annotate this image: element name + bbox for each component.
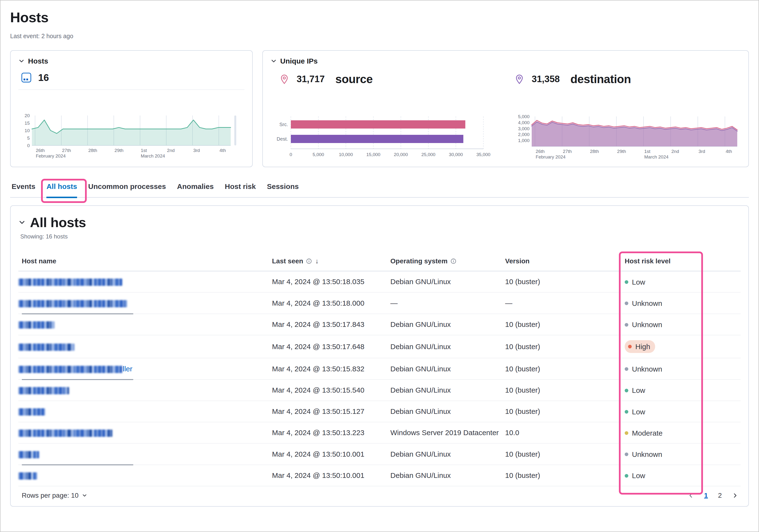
redacted-host-name-link[interactable] [19,300,127,307]
risk-label: Low [632,385,645,396]
table-row: Mar 4, 2024 @ 13:50:17.648Debian GNU/Lin… [19,335,740,358]
svg-text:3rd: 3rd [193,148,200,153]
host-risk-cell: Low [625,380,740,400]
svg-text:Dest.: Dest. [277,136,288,142]
version-cell: 10.0 [505,423,625,443]
showing-count: Showing: 16 hosts [20,233,740,240]
risk-dot-icon [625,453,628,456]
page-number-2[interactable]: 2 [718,492,722,499]
svg-text:3,000: 3,000 [518,126,530,131]
host-risk-cell: Low [625,271,740,292]
svg-text:26th: 26th [536,149,545,154]
risk-label: Low [632,407,645,417]
host-storage-icon [21,72,32,83]
location-pin-icon-destination [514,74,524,84]
sort-descending-icon[interactable]: ↓ [315,257,319,265]
risk-label: Moderate [632,428,662,438]
tab-events[interactable]: Events [12,182,35,197]
tab-host-risk[interactable]: Host risk [225,182,256,197]
version-cell: 10 (buster) [505,465,625,486]
last-seen-cell: Mar 4, 2024 @ 13:50:15.832 [272,359,390,379]
svg-text:February 2024: February 2024 [536,154,566,159]
svg-text:March 2024: March 2024 [644,154,669,159]
risk-dot-icon [628,345,632,348]
info-icon[interactable] [451,258,456,264]
host-risk-cell: Moderate [625,422,740,443]
all-hosts-panel: All hosts Showing: 16 hosts Host name La… [10,205,749,507]
table-row: Mar 4, 2024 @ 13:50:10.001Debian GNU/Lin… [19,444,740,465]
col-operating-system-label: Operating system [390,257,448,265]
redacted-host-name-link[interactable] [19,408,45,416]
last-event-text: Last event: 2 hours ago [10,33,749,40]
table-row: Mar 4, 2024 @ 13:50:18.035Debian GNU/Lin… [19,271,740,293]
rows-per-page-button[interactable]: Rows per page: 10 [22,492,87,499]
risk-dot-icon [625,323,628,327]
svg-text:2nd: 2nd [167,148,175,153]
svg-text:15,000: 15,000 [367,152,380,157]
risk-badge: Unknown [625,298,662,309]
page-number-1[interactable]: 1 [704,492,708,499]
operating-system-cell: Debian GNU/Linux [390,444,505,464]
page-numbers: 12 [704,492,722,499]
redacted-host-name-link[interactable] [19,430,113,437]
host-name-cell[interactable]: ller [19,359,272,379]
redacted-host-name-link[interactable] [19,278,122,286]
redacted-host-name-link[interactable] [19,472,37,479]
redacted-host-name-link[interactable] [19,451,39,458]
risk-badge: Unknown [625,319,662,330]
col-last-seen[interactable]: Last seen ↓ [272,257,390,265]
operating-system-cell: Debian GNU/Linux [390,359,505,379]
risk-label: High [635,341,650,352]
host-name-cell[interactable] [19,314,272,335]
host-risk-cell: Low [625,465,740,486]
risk-badge: High [625,340,655,353]
chevron-down-icon[interactable] [270,58,277,64]
tab-sessions[interactable]: Sessions [267,182,299,197]
svg-text:2nd: 2nd [671,149,679,154]
host-name-cell[interactable] [19,380,272,400]
col-operating-system: Operating system [390,257,505,265]
page-header: Hosts Last event: 2 hours ago [0,0,759,40]
chevron-down-icon[interactable] [19,219,25,226]
redacted-host-name-link[interactable] [19,344,74,351]
source-ips-stat: 31,717 source [270,72,505,86]
risk-label: Unknown [632,298,662,309]
risk-badge: Low [625,385,645,396]
host-name-cell[interactable] [19,401,272,422]
tab-anomalies[interactable]: Anomalies [177,182,214,197]
table-row: Mar 4, 2024 @ 13:50:17.843Debian GNU/Lin… [19,314,740,335]
tab-uncommon-processes[interactable]: Uncommon processes [88,182,166,197]
chevron-down-icon[interactable] [19,58,25,64]
svg-text:27th: 27th [62,148,71,153]
svg-text:15: 15 [25,121,30,126]
host-name-cell[interactable] [19,271,272,292]
all-hosts-table-body: Mar 4, 2024 @ 13:50:18.035Debian GNU/Lin… [19,271,740,486]
host-name-cell[interactable] [19,465,272,486]
hosts-page: Hosts Last event: 2 hours ago Hosts 16 2… [0,0,759,532]
redacted-host-name-link[interactable] [19,387,69,394]
previous-page-icon[interactable] [688,492,694,499]
col-last-seen-label: Last seen [272,257,303,265]
risk-label: Unknown [632,449,662,460]
host-name-suffix[interactable]: ller [123,365,132,373]
destination-ips-label: destination [570,72,631,86]
tabs: EventsAll hostsUncommon processesAnomali… [10,178,749,198]
host-name-cell[interactable] [19,337,272,357]
pagination: 12 [688,492,738,499]
table-row: Mar 4, 2024 @ 13:50:18.000——Unknown [19,293,740,314]
unique-ips-bar-chart: 05,00010,00015,00020,00025,00030,00035,0… [270,113,492,161]
table-footer: Rows per page: 10 12 [19,486,740,504]
destination-ips-value: 31,358 [532,74,560,84]
next-page-icon[interactable] [732,492,738,499]
chevron-down-icon [82,493,87,498]
host-name-cell[interactable] [19,293,272,313]
risk-label: Unknown [632,319,662,330]
info-icon[interactable] [306,258,312,264]
redacted-host-name-link[interactable] [19,366,122,373]
host-name-cell[interactable] [19,423,272,443]
redacted-host-name-link[interactable] [19,321,55,329]
tab-all-hosts[interactable]: All hosts [46,182,77,198]
last-seen-cell: Mar 4, 2024 @ 13:50:10.001 [272,465,390,486]
version-cell: 10 (buster) [505,271,625,292]
host-name-cell[interactable] [19,444,272,464]
